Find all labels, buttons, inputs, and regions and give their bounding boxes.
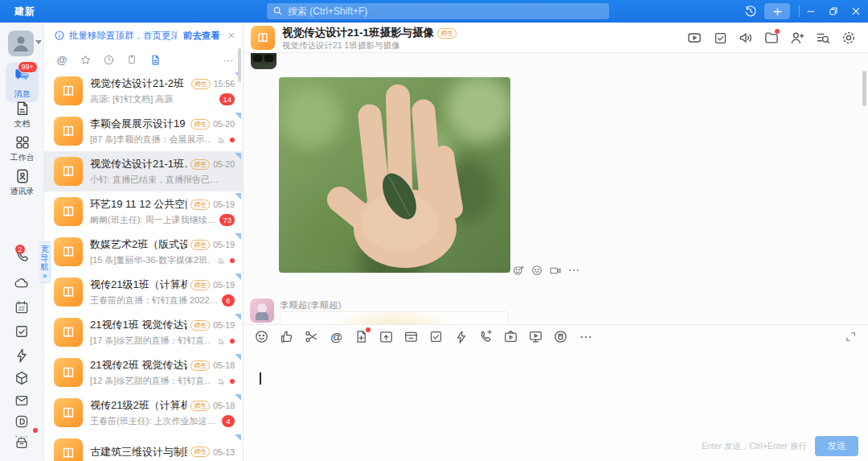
conversation-subtitle: 视觉传达设计21 1班摄影与摄像: [282, 40, 399, 51]
maximize-button[interactable]: [826, 4, 841, 19]
chat-time: 15:56: [211, 79, 235, 88]
profile-avatar[interactable]: [8, 31, 34, 56]
group-avatar: [54, 358, 83, 387]
chat-list-item[interactable]: 环艺19 11 12 公共空间师生05-19 阚阚(班主任): 周一上课我继续……: [44, 191, 243, 232]
minimize-button[interactable]: [804, 4, 818, 19]
ding-icon[interactable]: [453, 329, 469, 344]
flash-entry[interactable]: [14, 348, 31, 365]
chat-time: 05-13: [210, 447, 235, 457]
muted-bell-icon: [216, 336, 226, 346]
muted-bell-icon: [216, 256, 226, 265]
announcement-icon[interactable]: [738, 30, 754, 46]
group-avatar: [54, 318, 83, 347]
unread-badge: 6: [222, 294, 235, 307]
chat-list-item[interactable]: 21视传2班 视觉传达设…师生05-18 [12 条]徐艺甜的直播：钉钉直…: [44, 352, 243, 393]
card-filter-icon[interactable]: [125, 53, 138, 66]
files-icon[interactable]: [764, 30, 780, 46]
group-avatar: [54, 76, 83, 105]
more-red-dot: [33, 428, 38, 433]
comment-icon[interactable]: [530, 264, 543, 277]
screenshot-icon[interactable]: [304, 329, 319, 344]
shisheng-tag: 师生: [437, 28, 457, 39]
chat-list-item[interactable]: 李颖会展展示设计19 1…师生05-20 [87 条]李颖的直播：会展展示…: [44, 111, 243, 151]
add-member-icon[interactable]: [789, 30, 805, 46]
calendar-entry[interactable]: 22: [14, 299, 31, 317]
chat-list-item[interactable]: 视传21级2班（计算机…师生05-18 王春苗(班主任): 上次作业加这…4: [44, 393, 243, 433]
chat-list-panel: 批量移除置顶群，首页更清爽 前去查看 @ ··· 视觉传达设计21-2班 …师生…: [44, 23, 244, 461]
chat-preview: 小钉: 直播已结束，直播报告已…: [90, 174, 235, 186]
doc-filter-icon[interactable]: [149, 53, 162, 66]
mention-icon[interactable]: @: [329, 329, 344, 344]
d-app-icon: [14, 414, 30, 430]
nav-docs[interactable]: 文档: [6, 97, 39, 132]
mention-filter-icon[interactable]: @: [55, 53, 68, 66]
emoji-icon[interactable]: [254, 329, 269, 344]
more-icon[interactable]: [567, 264, 580, 277]
task-icon[interactable]: [712, 30, 728, 46]
new-chat-button[interactable]: [764, 3, 790, 19]
chevron-down-icon[interactable]: [35, 40, 42, 44]
send-button[interactable]: 发送: [815, 436, 858, 456]
chat-list-item[interactable]: 古建筑三维设计与制图…师生05-13: [44, 433, 243, 461]
box-entry[interactable]: [14, 370, 31, 388]
conversation-title: 视觉传达设计21-1班摄影与摄像: [282, 26, 434, 40]
banner-close-icon[interactable]: [227, 31, 236, 40]
cloud-entry[interactable]: [14, 275, 31, 293]
banner-action[interactable]: 前去查看: [183, 30, 220, 42]
todo-icon[interactable]: [428, 329, 444, 344]
filter-more-icon[interactable]: ···: [222, 53, 235, 66]
message-scrollbar[interactable]: [862, 71, 866, 106]
recent-filter-icon[interactable]: [102, 53, 115, 66]
nav-workbench[interactable]: 工作台: [6, 130, 39, 166]
dingpan-entry[interactable]: [14, 414, 31, 431]
screen-share-icon[interactable]: [528, 329, 543, 344]
schedule-card-icon[interactable]: [403, 329, 419, 344]
muted-bell-icon: [216, 135, 226, 145]
photo-message[interactable]: [279, 77, 510, 273]
settings-icon[interactable]: [841, 30, 857, 46]
message-input[interactable]: [250, 348, 862, 404]
call-icon[interactable]: [478, 329, 493, 344]
chat-list-item[interactable]: 视传21级1班（计算机…师生05-19 王春苗的直播：钉钉直播 2022…6: [44, 272, 243, 312]
chat-time: 05-18: [210, 401, 235, 410]
nav-contacts[interactable]: 通讯录: [6, 164, 39, 200]
group-avatar: [54, 438, 83, 461]
group-avatar: [54, 197, 83, 226]
chat-time: 05-18: [210, 360, 235, 370]
rail-more[interactable]: ···: [14, 430, 30, 442]
notice-banner: 批量移除置顶群，首页更清爽 前去查看: [44, 23, 243, 48]
chat-list-scrollbar[interactable]: [238, 48, 241, 82]
search-input[interactable]: [267, 3, 609, 19]
todo-entry[interactable]: [14, 323, 31, 341]
calls-entry[interactable]: 2: [14, 248, 31, 265]
chat-list-item[interactable]: 视觉传达设计21-2班 …师生15:56 高源: [钉钉文档] 高源14: [44, 71, 243, 111]
chat-list-item[interactable]: 数媒艺术2班（版式设…师生05-19 [15 条]董丽华-36-数字媒体2班…: [44, 232, 243, 272]
title-bar: 建新: [0, 0, 868, 23]
chat-title: 古建筑三维设计与制图…: [90, 445, 187, 459]
history-icon[interactable]: [743, 4, 758, 19]
close-button[interactable]: [849, 4, 863, 19]
chat-list-item-selected[interactable]: 视觉传达设计21-1班…师生05-20 小钉: 直播已结束，直播报告已…: [44, 151, 243, 191]
conversation-avatar[interactable]: [251, 26, 275, 50]
video-meeting-icon[interactable]: [686, 30, 702, 46]
expand-composer-icon[interactable]: [845, 331, 857, 343]
red-packet-icon[interactable]: [553, 329, 568, 344]
chat-history-icon[interactable]: [815, 30, 831, 46]
star-filter-icon[interactable]: [79, 53, 92, 66]
chat-list-item[interactable]: 21视传1班 视觉传达设…师生05-19 [17 条]徐艺甜的直播：钉钉直…: [44, 312, 243, 352]
wide-nav-tag[interactable]: 宽导航 »: [39, 241, 51, 283]
video-icon[interactable]: [549, 264, 562, 277]
live-stream-icon[interactable]: [503, 329, 518, 344]
chat-title: 数媒艺术2班（版式设…: [90, 237, 187, 252]
grid-icon: [14, 134, 31, 151]
wide-nav-arrow: »: [43, 271, 47, 280]
emoji-reaction-icon[interactable]: [512, 264, 525, 277]
unread-dot: [230, 339, 235, 344]
nav-contacts-label: 通讯录: [6, 186, 39, 197]
new-doc-icon[interactable]: [354, 329, 369, 344]
upload-file-icon[interactable]: [379, 329, 394, 344]
sender-avatar[interactable]: [250, 298, 274, 323]
toolbar-more-icon[interactable]: [578, 329, 593, 344]
mail-entry[interactable]: [14, 393, 31, 410]
thumbs-up-icon[interactable]: [279, 329, 294, 344]
